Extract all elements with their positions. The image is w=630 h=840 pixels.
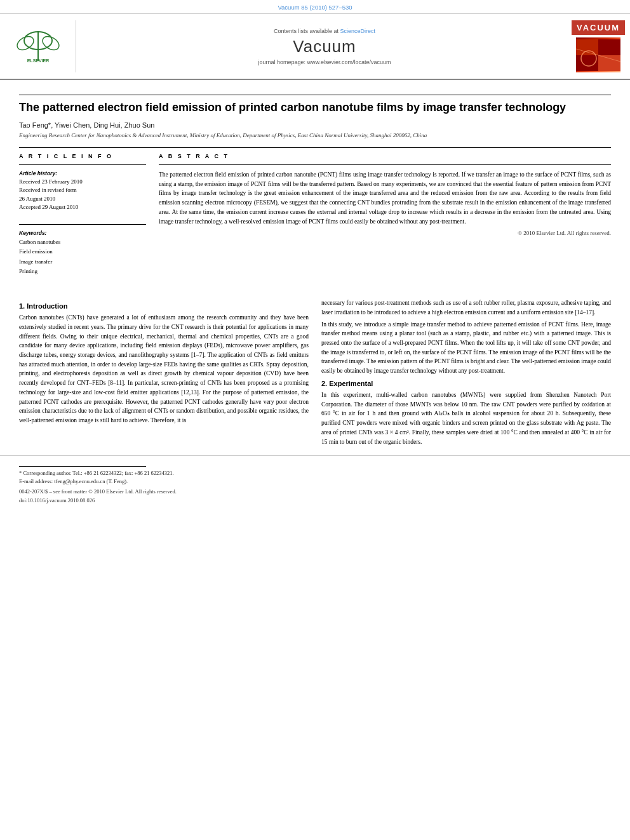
body-col-right: necessary for various post-treatment met… [321, 298, 611, 449]
article-title: The patterned electron field emission of… [19, 100, 611, 115]
email-address: E-mail address: tfeng@phy.ecnu.edu.cn (T… [19, 477, 611, 486]
intro-heading: 1. Introduction [19, 302, 309, 310]
revised-date: 26 August 2010 [19, 195, 146, 204]
divider-2 [19, 147, 611, 148]
keyword-4: Printing [19, 267, 146, 276]
info-divider [19, 164, 146, 165]
revised-label: Received in revised form [19, 186, 146, 195]
journal-info-center: Contents lists available at ScienceDirec… [83, 20, 566, 72]
contents-line: Contents lists available at ScienceDirec… [274, 27, 375, 34]
journal-cover-area: VACUUM [573, 20, 624, 72]
article-info-col: A R T I C L E I N F O Article history: R… [19, 153, 146, 276]
journal-cover-image [576, 37, 620, 72]
received-text: Received 23 February 2010 [19, 178, 146, 187]
article-footer: * Corresponding author. Tel.: +86 21 622… [0, 455, 630, 510]
vacuum-label: VACUUM [572, 20, 625, 35]
copyright-line: © 2010 Elsevier Ltd. All rights reserved… [159, 230, 611, 236]
keyword-1: Carbon nanotubes [19, 237, 146, 247]
article-history-label: Article history: [19, 170, 146, 177]
keywords-list: Carbon nanotubes Field emission Image tr… [19, 237, 146, 276]
svg-rect-7 [576, 39, 598, 55]
footer-divider [19, 466, 146, 467]
journal-header: ELSEVIER Contents lists available at Sci… [0, 14, 630, 80]
article-content: The patterned electron field emission of… [0, 80, 630, 292]
keyword-2: Field emission [19, 247, 146, 257]
journal-homepage: journal homepage: www.elsevier.com/locat… [258, 59, 391, 65]
article-authors: Tao Feng*, Yiwei Chen, Ding Hui, Zhuo Su… [19, 121, 611, 129]
svg-text:ELSEVIER: ELSEVIER [27, 58, 49, 63]
article-affiliation: Engineering Research Center for Nanophot… [19, 131, 611, 140]
accepted-text: Accepted 29 August 2010 [19, 203, 146, 212]
intro-col2-p2: In this study, we introduce a simple ima… [321, 320, 611, 376]
page-container: Vacuum 85 (2010) 527–530 ELSEVIER Conten… [0, 0, 630, 510]
corresponding-author: * Corresponding author. Tel.: +86 21 622… [19, 469, 611, 477]
info-abstract-section: A R T I C L E I N F O Article history: R… [19, 153, 611, 276]
copyright-notice: 0042-207X/$ – see front matter © 2010 El… [19, 488, 611, 495]
svg-rect-8 [598, 55, 620, 71]
journal-name: Vacuum [293, 37, 356, 57]
experimental-heading: 2. Experimental [321, 380, 611, 387]
experimental-p1: In this experiment, multi-walled carbon … [321, 390, 611, 446]
keyword-3: Image transfer [19, 257, 146, 267]
abstract-col: A B S T R A C T The patterned electron f… [159, 153, 611, 276]
top-bar: Vacuum 85 (2010) 527–530 [0, 0, 630, 14]
article-info-label: A R T I C L E I N F O [19, 153, 146, 159]
elsevier-logo: ELSEVIER [10, 29, 67, 64]
keywords-divider [19, 224, 146, 225]
keywords-label: Keywords: [19, 230, 146, 236]
abstract-divider [159, 164, 611, 165]
body-section: 1. Introduction Carbon nanotubes (CNTs) … [0, 298, 630, 449]
doi: doi:10.1016/j.vacuum.2010.08.026 [19, 497, 611, 503]
journal-ref: Vacuum 85 (2010) 527–530 [278, 4, 352, 11]
abstract-text: The patterned electron field emission of… [159, 170, 611, 226]
publisher-logo-area: ELSEVIER [6, 20, 76, 72]
body-col-left: 1. Introduction Carbon nanotubes (CNTs) … [19, 298, 309, 449]
abstract-label: A B S T R A C T [159, 153, 611, 159]
intro-col2-p1: necessary for various post-treatment met… [321, 298, 611, 317]
top-divider [19, 95, 611, 95]
intro-p1: Carbon nanotubes (CNTs) have generated a… [19, 313, 309, 425]
